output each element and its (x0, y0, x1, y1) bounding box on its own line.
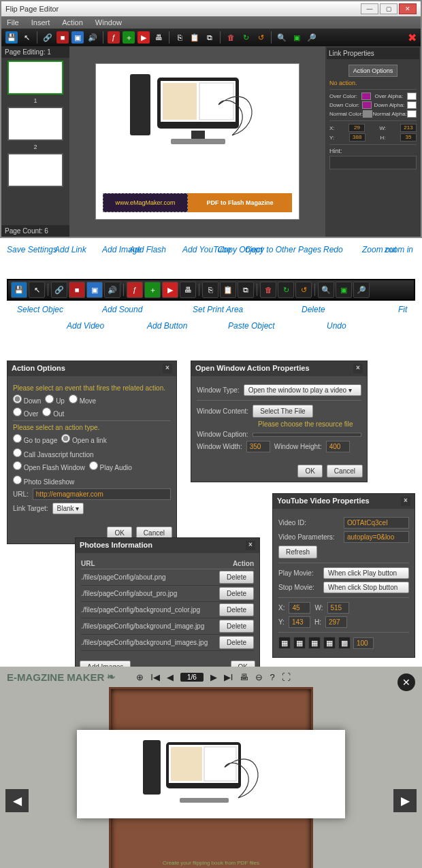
copy-icon[interactable]: ⎘ (174, 31, 186, 44)
select-button[interactable]: ↖ (29, 282, 45, 298)
fit-icon[interactable]: ▣ (291, 31, 303, 44)
select-file-button[interactable]: Select The File (253, 405, 313, 418)
undo-icon[interactable]: ↺ (255, 31, 267, 44)
align-icon[interactable]: ▦ (308, 637, 321, 649)
close-viewer-button[interactable]: ✕ (397, 673, 415, 691)
yt-y-input[interactable]: 143 (289, 616, 310, 628)
height-input[interactable]: 400 (326, 441, 350, 452)
fullscreen-icon[interactable]: ⛶ (282, 672, 291, 682)
x-input[interactable]: 29 (348, 124, 365, 132)
radio-down[interactable]: Down (13, 395, 41, 405)
yt-w-input[interactable]: 515 (327, 602, 349, 614)
flash-button[interactable]: ƒ (127, 282, 143, 298)
redo-icon[interactable]: ↻ (240, 31, 252, 44)
add-button[interactable]: ＋ (144, 282, 161, 298)
redo-button[interactable]: ↻ (278, 282, 294, 298)
h-input[interactable]: 35 (400, 133, 417, 141)
close-icon[interactable]: × (163, 364, 172, 373)
minimize-button[interactable]: — (361, 3, 378, 14)
over-alpha-box[interactable] (407, 93, 417, 100)
close-button[interactable]: ✕ (399, 3, 417, 14)
zoom-out-icon[interactable]: ⊖ (255, 672, 263, 682)
radio-out[interactable]: Out (42, 407, 64, 418)
delete-button[interactable]: Delete (219, 620, 254, 633)
align-icon[interactable]: ▦ (323, 637, 336, 649)
opacity-icon[interactable]: ▩ (338, 637, 351, 649)
close-toolbar-icon[interactable]: ✖ (408, 31, 417, 44)
radio-open-link[interactable]: Open a link (61, 434, 106, 444)
first-page-icon[interactable]: I◀ (150, 672, 160, 682)
radio-move[interactable]: Move (69, 395, 96, 405)
radio-photo-slideshow[interactable]: Photo Slideshow (13, 475, 74, 486)
menu-window[interactable]: Window (95, 18, 122, 27)
canvas-area[interactable]: www.eMagMaker.com PDF to Flash Magazine (69, 46, 325, 237)
video-id-input[interactable]: O0TAtCq3ceI (344, 517, 409, 529)
paste-button[interactable]: 📋 (220, 282, 236, 298)
yt-h-input[interactable]: 297 (325, 616, 347, 628)
flash-icon[interactable]: ƒ (108, 31, 120, 44)
action-options-button[interactable]: Action Options (348, 65, 398, 77)
paste-icon[interactable]: 📋 (189, 31, 201, 44)
url-input[interactable]: http://emagmaker.com (33, 488, 171, 500)
radio-flash-window[interactable]: Open Flash Window (13, 461, 85, 471)
cancel-button[interactable]: Cancel (327, 465, 363, 478)
page-counter[interactable]: 1/6 (180, 673, 204, 682)
radio-over[interactable]: Over (13, 407, 38, 418)
save-button[interactable]: 💾 (11, 282, 27, 298)
normal-alpha-box[interactable] (407, 110, 417, 118)
prev-page-icon[interactable]: ◀ (167, 672, 174, 682)
radio-up[interactable]: Up (45, 395, 65, 405)
next-page-icon[interactable]: ▶ (210, 672, 217, 682)
image-button[interactable]: ▣ (86, 282, 103, 298)
align-icon[interactable]: ▦ (278, 637, 291, 649)
image-icon[interactable]: ▣ (71, 31, 84, 44)
over-color-swatch[interactable] (361, 93, 371, 100)
normal-color-swatch[interactable] (363, 110, 372, 118)
help-icon[interactable]: ? (270, 672, 274, 682)
last-page-icon[interactable]: ▶I (224, 672, 233, 682)
zoom-in-button[interactable]: 🔎 (353, 282, 370, 298)
delete-button[interactable]: 🗑 (260, 282, 276, 298)
delete-button[interactable]: Delete (219, 587, 254, 600)
yt-x-input[interactable]: 45 (289, 602, 310, 614)
target-select[interactable]: Blank ▾ (52, 503, 84, 514)
thumbnail-1[interactable] (7, 61, 63, 95)
thumbnail-3[interactable] (7, 153, 63, 187)
video-button[interactable]: ■ (69, 282, 85, 298)
menu-action[interactable]: Action (62, 18, 83, 27)
caption-input[interactable] (253, 433, 361, 437)
close-icon[interactable]: × (401, 497, 410, 506)
copy-pages-button[interactable]: ⧉ (238, 282, 254, 298)
youtube-icon[interactable]: ▶ (137, 31, 150, 44)
menu-insert[interactable]: Insert (31, 18, 50, 27)
copy-pages-icon[interactable]: ⧉ (204, 31, 216, 44)
thumbnail-2[interactable] (7, 107, 63, 141)
refresh-button[interactable]: Refresh (278, 546, 317, 558)
delete-button[interactable]: Delete (219, 636, 254, 649)
pointer-icon[interactable]: ↖ (20, 31, 33, 44)
zoom-out-icon[interactable]: 🔍 (276, 31, 288, 44)
next-arrow[interactable]: ▶ (393, 789, 417, 812)
print-icon[interactable]: 🖶 (240, 672, 248, 682)
down-color-swatch[interactable] (362, 101, 372, 109)
radio-goto-page[interactable]: Go to page (13, 434, 57, 444)
video-params-input[interactable]: autoplay=0&loo (344, 531, 409, 543)
delete-button[interactable]: Delete (219, 603, 254, 616)
book-page[interactable] (77, 730, 345, 818)
fit-button[interactable]: ▣ (336, 282, 352, 298)
w-input[interactable]: 213 (400, 124, 417, 132)
play-select[interactable]: When click Play button (323, 567, 409, 579)
add-button-icon[interactable]: ＋ (123, 31, 135, 44)
print-button[interactable]: 🖶 (180, 282, 196, 298)
zoom-in-icon[interactable]: ⊕ (136, 672, 144, 682)
youtube-button[interactable]: ▶ (162, 282, 178, 298)
sound-icon[interactable]: 🔊 (86, 31, 99, 44)
width-input[interactable]: 350 (246, 441, 270, 452)
window-type-select[interactable]: Open the window to play a video ▾ (244, 384, 361, 396)
save-icon[interactable]: 💾 (5, 31, 18, 44)
copy-button[interactable]: ⎘ (202, 282, 218, 298)
undo-button[interactable]: ↺ (295, 282, 312, 298)
delete-icon[interactable]: 🗑 (225, 31, 237, 44)
align-icon[interactable]: ▦ (293, 637, 306, 649)
prev-arrow[interactable]: ◀ (5, 789, 29, 812)
